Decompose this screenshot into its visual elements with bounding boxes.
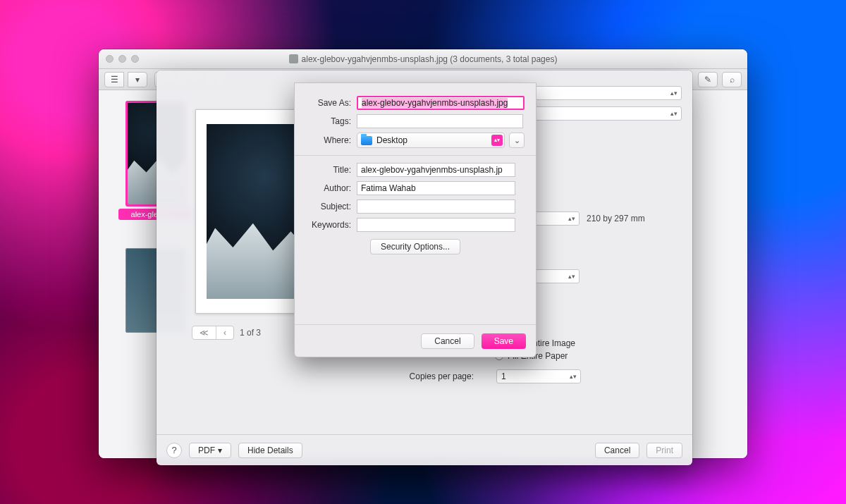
pager-prev-button[interactable]: ‹	[216, 326, 233, 339]
copies-per-page-select[interactable]: 1▴▾	[496, 369, 581, 383]
where-select[interactable]: Desktop ▴▾	[357, 133, 505, 148]
search-button[interactable]: ⌕	[722, 72, 742, 87]
expand-save-button[interactable]: ⌄	[509, 133, 525, 148]
chevron-down-icon: ▾	[218, 445, 222, 455]
window-titlebar[interactable]: alex-glebov-ygahvjenmbs-unsplash.jpg (3 …	[99, 49, 747, 69]
print-cancel-button[interactable]: Cancel	[595, 443, 639, 458]
title-input[interactable]: alex-glebov-ygahvjenmbs-unsplash.jp	[357, 163, 515, 177]
help-button[interactable]: ?	[166, 443, 182, 458]
keywords-label: Keywords:	[295, 220, 357, 230]
save-button[interactable]: Save	[482, 333, 526, 349]
zoom-icon[interactable]	[131, 55, 139, 63]
author-label: Author:	[295, 183, 357, 193]
folder-icon	[361, 136, 372, 145]
print-footer: ? PDF▾ Hide Details Cancel Print	[157, 434, 692, 465]
saveas-label: Save As:	[295, 98, 357, 108]
minimize-icon[interactable]	[118, 55, 126, 63]
window-title: alex-glebov-ygahvjenmbs-unsplash.jpg (3 …	[302, 54, 558, 64]
document-icon	[289, 54, 298, 63]
pager-label: 1 of 3	[240, 328, 261, 338]
tags-label: Tags:	[295, 116, 357, 126]
save-cancel-button[interactable]: Cancel	[421, 333, 474, 349]
security-options-button[interactable]: Security Options...	[370, 239, 460, 254]
pager-first-button[interactable]: ≪	[192, 326, 216, 339]
tags-input[interactable]	[357, 114, 523, 128]
print-pager-buttons: ≪ ‹	[192, 326, 234, 340]
save-sheet: Save As: alex-glebov-ygahvjenmbs-unsplas…	[294, 82, 537, 357]
close-icon[interactable]	[106, 55, 114, 63]
paper-dimensions-label: 210 by 297 mm	[587, 214, 645, 223]
sidebar-menu-button[interactable]: ▾	[128, 72, 147, 87]
title-label: Title:	[295, 165, 357, 175]
keywords-input[interactable]	[357, 218, 515, 232]
saveas-input[interactable]: alex-glebov-ygahvjenmbs-unsplash.jpg	[357, 96, 525, 110]
print-pager: ≪ ‹ 1 of 3	[192, 326, 261, 340]
subject-input[interactable]	[357, 199, 515, 214]
pdf-menu-button[interactable]: PDF▾	[189, 443, 231, 458]
markup-button[interactable]: ✎	[698, 72, 718, 87]
print-button[interactable]: Print	[646, 443, 682, 458]
where-label: Where:	[295, 135, 357, 145]
author-input[interactable]: Fatima Wahab	[357, 181, 515, 195]
hide-details-button[interactable]: Hide Details	[238, 443, 302, 458]
select-stepper-icon: ▴▾	[491, 135, 503, 146]
window-traffic-lights	[106, 55, 139, 63]
sidebar-toggle-button[interactable]: ☰	[104, 72, 124, 87]
subject-label: Subject:	[295, 202, 357, 211]
